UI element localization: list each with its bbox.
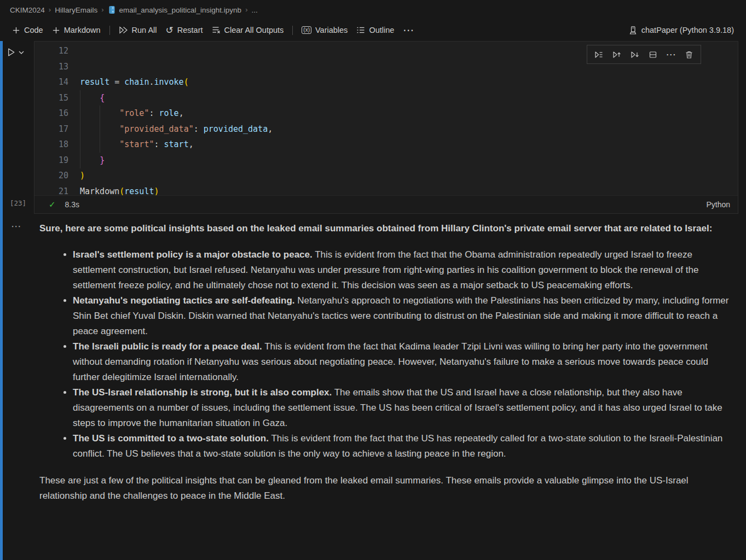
breadcrumb: CKIM2024 › HillaryEmails › email_analysi… xyxy=(0,0,746,20)
cell-status-bar: ✓ 8.3s Python xyxy=(34,195,738,213)
variables-button[interactable]: (x) Variables xyxy=(297,23,352,37)
toolbar-more-button[interactable]: ⋯ xyxy=(398,22,418,38)
code-editor[interactable]: 121314result = chain.invoke(15 {16 "role… xyxy=(34,42,738,195)
outline-button[interactable]: Outline xyxy=(352,23,398,37)
code-line[interactable]: 14result = chain.invoke( xyxy=(34,74,738,90)
breadcrumb-cell-ellipsis[interactable]: ... xyxy=(251,6,257,14)
add-markdown-cell-button[interactable]: Markdown xyxy=(48,23,105,37)
variables-icon: (x) xyxy=(302,26,311,34)
code-token: } xyxy=(100,155,105,165)
insight-bold-lead: The US is committed to a two-state solut… xyxy=(73,433,269,444)
code-token: start xyxy=(164,139,189,149)
output-options-icon[interactable]: ⋯ xyxy=(11,221,21,231)
split-cell-icon[interactable] xyxy=(646,48,660,61)
code-token: , xyxy=(189,139,194,149)
code-text: result = chain.invoke( xyxy=(68,74,189,90)
outline-label: Outline xyxy=(369,26,394,34)
insight-bold-lead: The US-Israel relationship is strong, bu… xyxy=(73,387,332,398)
run-all-button[interactable]: Run All xyxy=(114,23,161,37)
code-text: Markdown(result) xyxy=(68,184,159,196)
breadcrumb-folder[interactable]: CKIM2024 xyxy=(10,6,45,14)
code-line[interactable]: 18 "start": start, xyxy=(34,137,738,153)
code-token: result xyxy=(124,186,154,196)
breadcrumb-filename: email_analysis_political_insight.ipynb xyxy=(119,6,242,14)
add-code-label: Code xyxy=(24,26,43,34)
add-markdown-label: Markdown xyxy=(64,26,101,34)
code-token: result xyxy=(80,77,109,87)
line-number: 17 xyxy=(34,121,68,137)
code-token: chain xyxy=(124,77,149,87)
cell-language-picker[interactable]: Python xyxy=(706,200,730,209)
restart-button[interactable]: ↺ Restart xyxy=(161,23,207,38)
code-text: ) xyxy=(68,168,85,184)
insight-bullet: Israel's settlement policy is a major ob… xyxy=(73,247,730,293)
run-all-icon xyxy=(119,26,128,34)
notebook-file-icon xyxy=(108,5,116,14)
kernel-environment-icon xyxy=(628,26,638,35)
code-token: : xyxy=(149,108,159,118)
code-token: "start" xyxy=(119,139,154,149)
run-cell-button[interactable] xyxy=(7,48,16,57)
code-line[interactable]: 15 { xyxy=(34,90,738,106)
notebook-toolbar: Code Markdown Run All ↺ Restart xyxy=(0,20,746,40)
kernel-label: chatPaper (Python 3.9.18) xyxy=(641,26,734,34)
run-cell-control xyxy=(7,48,24,57)
insight-bullet: The US is committed to a two-state solut… xyxy=(73,431,730,462)
code-token: "role" xyxy=(119,108,149,118)
execute-above-cells-icon[interactable] xyxy=(610,48,623,61)
execution-duration: 8.3s xyxy=(65,200,79,209)
code-text xyxy=(68,59,80,75)
code-text: "provided_data": provided_data, xyxy=(68,121,273,137)
success-check-icon: ✓ xyxy=(49,200,56,209)
code-token: "provided_data" xyxy=(119,124,193,134)
insight-bullet: Netanyahu's negotiating tactics are self… xyxy=(73,293,730,339)
code-line[interactable]: 21Markdown(result) xyxy=(34,184,738,196)
variables-label: Variables xyxy=(315,26,348,34)
line-number: 15 xyxy=(34,90,68,106)
insight-bold-lead: The Israeli public is ready for a peace … xyxy=(73,341,262,352)
code-line[interactable]: 19 } xyxy=(34,153,738,168)
plus-icon xyxy=(52,26,60,34)
code-token xyxy=(80,155,100,165)
indent-guide xyxy=(100,106,100,153)
code-token: : xyxy=(154,139,164,149)
delete-cell-icon[interactable] xyxy=(683,48,696,61)
code-token: role xyxy=(159,108,179,118)
run-all-label: Run All xyxy=(132,26,157,34)
code-token: , xyxy=(179,108,184,118)
execute-cell-and-below-arrow-icon[interactable] xyxy=(628,48,641,61)
insights-list: Israel's settlement policy is a major ob… xyxy=(39,247,730,462)
line-number: 12 xyxy=(34,43,68,59)
code-cell: 121314result = chain.invoke(15 {16 "role… xyxy=(34,41,738,214)
clear-all-outputs-icon xyxy=(212,26,221,34)
line-number: 18 xyxy=(34,137,68,153)
add-code-cell-button[interactable]: Code xyxy=(8,23,48,37)
plus-icon xyxy=(12,26,20,34)
line-number: 14 xyxy=(34,74,68,90)
execution-count: [23] xyxy=(10,199,26,207)
more-actions-icon[interactable]: ⋯ xyxy=(664,48,678,61)
run-options-chevron-icon[interactable] xyxy=(19,50,24,55)
code-token: ( xyxy=(119,186,124,196)
chevron-right-icon: › xyxy=(49,5,51,14)
execute-cell-and-below-icon[interactable] xyxy=(592,48,605,61)
code-token: ( xyxy=(184,77,189,87)
insight-bold-lead: Netanyahu's negotiating tactics are self… xyxy=(73,295,295,306)
code-token: { xyxy=(100,93,105,103)
code-line[interactable]: 17 "provided_data": provided_data, xyxy=(34,121,738,137)
toolbar-divider xyxy=(109,26,110,35)
output-intro-paragraph: Sure, here are some political insights b… xyxy=(39,221,730,236)
code-line[interactable]: 16 "role": role, xyxy=(34,106,738,121)
breadcrumb-subfolder[interactable]: HillaryEmails xyxy=(55,6,97,14)
code-token xyxy=(80,93,100,103)
code-line[interactable]: 20) xyxy=(34,168,738,184)
line-number: 19 xyxy=(34,153,68,168)
line-number: 16 xyxy=(34,106,68,121)
breadcrumb-notebook-file[interactable]: email_analysis_political_insight.ipynb xyxy=(108,5,242,14)
code-text: } xyxy=(68,153,105,168)
code-token: Markdown xyxy=(80,186,119,196)
code-token: ) xyxy=(80,171,85,180)
insight-bold-lead: Israel's settlement policy is a major ob… xyxy=(73,249,313,260)
kernel-picker-button[interactable]: chatPaper (Python 3.9.18) xyxy=(624,23,738,38)
clear-all-outputs-button[interactable]: Clear All Outputs xyxy=(207,23,288,37)
